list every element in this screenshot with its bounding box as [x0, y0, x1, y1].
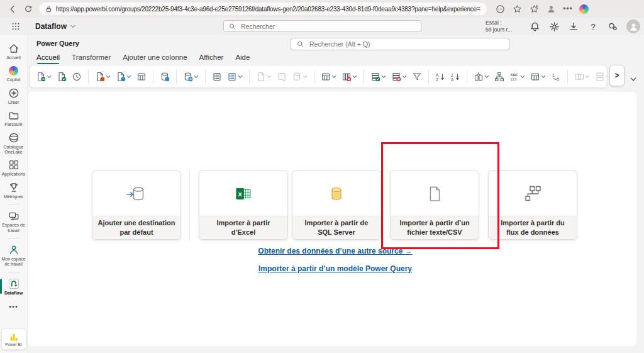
ribbon-collapse-icon[interactable] — [629, 75, 638, 84]
tab-aide[interactable]: Aide — [235, 53, 250, 64]
sort-ascending-button[interactable]: AZ — [435, 70, 446, 83]
url-bar[interactable]: https://app.powerbi.com/groups/20222b25-… — [39, 3, 487, 15]
trial-badge[interactable]: Essai : 59 jours r... — [486, 20, 521, 33]
ribbon-expand-button[interactable]: > — [609, 65, 625, 86]
split-column-button[interactable] — [473, 70, 490, 83]
use-first-row-as-headers-button[interactable] — [530, 70, 547, 83]
pq-search[interactable] — [291, 38, 509, 50]
sidebar-divider — [8, 205, 20, 205]
sidebar-item-creer[interactable]: Créer — [0, 87, 28, 105]
card-label: Importer à partir du flux de données — [489, 216, 577, 239]
enter-data-button[interactable] — [211, 70, 223, 83]
bell-icon[interactable] — [529, 21, 540, 32]
new-table-icon — [136, 72, 147, 82]
dataflow-icon — [8, 278, 19, 289]
refresh-history-button[interactable] — [71, 70, 82, 83]
link-import-pq-template[interactable]: Importer à partir d’un modèle Power Quer… — [92, 264, 579, 273]
global-search[interactable] — [223, 20, 421, 32]
sidebar-item-copilot[interactable]: Copilot — [0, 65, 28, 82]
back-icon[interactable] — [6, 3, 18, 14]
sidebar-item-label: Accueil — [1, 55, 27, 60]
sidebar-item-mon-espace-de-travail[interactable]: Mon espace de travail — [0, 244, 28, 267]
remove-columns-button[interactable] — [341, 70, 358, 83]
scheduled-refresh-locked-button[interactable] — [94, 70, 111, 83]
chevron-down-icon — [585, 74, 590, 79]
chevron-down-icon — [267, 74, 272, 79]
home-icon — [8, 43, 19, 54]
ribbon-divider — [428, 70, 429, 84]
chevron-down-icon — [238, 74, 243, 79]
tab-ajouter-une-colonne[interactable]: Ajouter une colonne — [123, 53, 187, 64]
ribbon-tabs: AccueilTransformerAjouter une colonneAff… — [36, 53, 250, 64]
folder-icon — [8, 109, 19, 121]
sort-descending-button[interactable]: ZA — [450, 70, 461, 83]
advanced-editor-button — [276, 70, 287, 83]
more-icon[interactable]: ••• — [562, 3, 574, 14]
svg-text:123: 123 — [511, 77, 517, 81]
waffle-icon[interactable] — [10, 21, 21, 32]
new-table-button[interactable] — [136, 70, 147, 83]
validate-button[interactable] — [56, 70, 67, 83]
data-type-icon: ABC123 — [509, 72, 519, 82]
ribbon-divider — [467, 70, 467, 84]
profile-icon[interactable] — [545, 3, 557, 14]
card-label: Importer à partir d’un fichier texte/CSV — [391, 216, 479, 239]
sidebar-items: AccueilCopilotCréerParcourirCatalogue On… — [0, 43, 27, 300]
avatar[interactable] — [626, 20, 640, 33]
link-get-data-other-source[interactable]: Obtenir des données d’une autre source → — [92, 247, 579, 255]
sidebar-item-accueil[interactable]: Accueil — [0, 43, 28, 60]
pq-search-input[interactable] — [308, 40, 503, 48]
data-type-button[interactable]: ABC123 — [509, 70, 526, 83]
sidebar-item-catalogue-onelake[interactable]: Catalogue OneLake — [0, 132, 28, 155]
sql-db-icon — [292, 171, 380, 216]
search-icon — [297, 41, 304, 48]
scheduled-refresh-icon — [116, 72, 126, 82]
replace-values-button[interactable]: 12 — [550, 70, 562, 83]
svg-text:Z: Z — [451, 72, 453, 77]
sidebar-item-espaces-de-travail[interactable]: Espaces de travail — [0, 210, 28, 233]
remove-rows-button[interactable] — [391, 70, 408, 83]
download-icon[interactable] — [568, 21, 579, 32]
product-switcher-powerbi[interactable]: Power BI — [1, 328, 26, 350]
tab-transformer[interactable]: Transformer — [72, 53, 111, 64]
scheduled-refresh-locked-icon — [95, 72, 105, 82]
copilot-icon[interactable] — [579, 4, 589, 14]
filter-rows-button[interactable] — [411, 70, 423, 83]
star-icon[interactable] — [511, 3, 523, 14]
sidebar-item-applications[interactable]: Applications — [0, 159, 28, 177]
card-import-sql-server[interactable]: Importer à partir de SQL Server — [292, 171, 381, 240]
svg-text:A: A — [451, 77, 454, 81]
keep-rows-button[interactable] — [370, 70, 387, 83]
collections-icon[interactable] — [528, 3, 540, 14]
sidebar-item-label: Espaces de travail — [1, 223, 27, 233]
save-dataflow-button[interactable] — [35, 70, 52, 83]
card-import-excel[interactable]: XImporter à partir d’Excel — [199, 171, 288, 240]
card-import-dataflow[interactable]: Importer à partir du flux de données — [488, 171, 577, 240]
sidebar-item-parcourir[interactable]: Parcourir — [0, 109, 28, 127]
chevron-down-icon — [106, 74, 111, 79]
tab-afficher[interactable]: Afficher — [199, 53, 224, 64]
gear-icon[interactable] — [548, 21, 560, 32]
choose-columns-button[interactable] — [320, 70, 337, 83]
extensions-icon[interactable] — [494, 3, 506, 14]
sidebar-more-button[interactable]: ••• — [9, 303, 18, 310]
help-icon[interactable]: ? — [587, 21, 599, 32]
manage-parameters-button[interactable] — [226, 70, 243, 83]
global-search-input[interactable] — [240, 22, 416, 31]
feedback-icon[interactable] — [607, 21, 618, 32]
get-data-button[interactable] — [182, 70, 199, 83]
sidebar-item-dataflow[interactable]: Dataflow — [0, 278, 28, 296]
sidebar-item-metriques[interactable]: Métriques — [0, 182, 28, 199]
data-destination-button[interactable] — [159, 70, 170, 83]
scheduled-refresh-button[interactable] — [115, 70, 132, 83]
reload-icon[interactable] — [23, 3, 34, 14]
excel-icon: X — [199, 171, 287, 216]
product-switcher-label: Power BI — [1, 342, 27, 347]
tab-accueil[interactable]: Accueil — [36, 53, 60, 64]
app-menu[interactable]: Dataflow — [35, 22, 76, 31]
card-default-destination[interactable]: Ajouter une destination par défaut — [92, 171, 181, 240]
group-by-button[interactable] — [494, 70, 505, 83]
sidebar-divider — [8, 238, 20, 239]
card-import-text-csv[interactable]: Importer à partir d’un fichier texte/CSV — [390, 171, 479, 240]
ribbon-divider — [567, 70, 568, 84]
